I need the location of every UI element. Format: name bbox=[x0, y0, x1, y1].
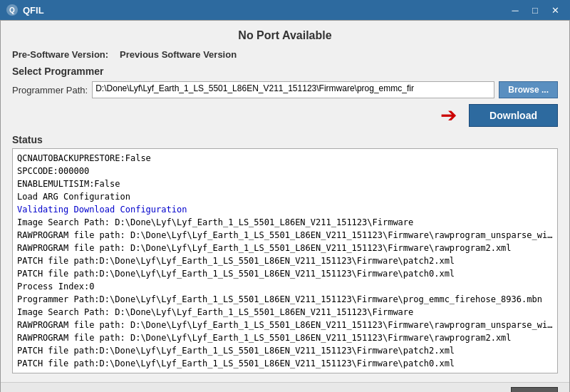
status-line: ENABLEMULTISIM:False bbox=[17, 177, 553, 190]
pre-software-label: Pre-Software Version: bbox=[12, 49, 108, 60]
status-line: Load ARG Configuration bbox=[17, 190, 553, 203]
programmer-path-row: Programmer Path: D:\Done\Lyf\Lyf_Earth_1… bbox=[12, 81, 558, 98]
no-port-heading: No Port Available bbox=[12, 29, 558, 42]
status-line: PATCH file path:D:\Done\Lyf\Lyf_Earth_1_… bbox=[17, 267, 553, 280]
svg-text:Q: Q bbox=[9, 6, 15, 14]
status-label: Status bbox=[12, 134, 558, 145]
status-line: Validating Download Configuration bbox=[17, 203, 553, 216]
main-window: No Port Available Pre-Software Version: … bbox=[0, 20, 570, 392]
title-bar: Q QFIL ─ □ ✕ bbox=[0, 0, 570, 20]
close-button[interactable]: ✕ bbox=[546, 3, 564, 17]
minimize-button[interactable]: ─ bbox=[506, 3, 524, 17]
programmer-path-field[interactable]: D:\Done\Lyf\Lyf_Earth_1_LS_5501_L86EN_V2… bbox=[92, 81, 494, 98]
pre-software-row: Pre-Software Version: Previous Software … bbox=[12, 49, 558, 60]
programmer-path-label: Programmer Path: bbox=[12, 85, 88, 96]
download-button[interactable]: Download bbox=[469, 104, 558, 127]
status-line: RAWPROGRAM file path: D:\Done\Lyf\Lyf_Ea… bbox=[17, 229, 553, 242]
status-line: Image Search Path: D:\Done\Lyf\Lyf_Earth… bbox=[17, 216, 553, 229]
status-line: SPCCODE:000000 bbox=[17, 165, 553, 177]
footer: Qualcomm Flash Image Loader 1.0.0.3 Exit bbox=[1, 382, 569, 392]
window-controls: ─ □ ✕ bbox=[506, 3, 564, 17]
status-line: PATCH file path:D:\Done\Lyf\Lyf_Earth_1_… bbox=[17, 254, 553, 267]
title-bar-label: QFIL bbox=[23, 5, 506, 16]
status-line: Process Index:0 bbox=[17, 280, 553, 293]
status-line: Programmer Path:D:\Done\Lyf\Lyf_Earth_1_… bbox=[17, 293, 553, 306]
status-box[interactable]: QCNAUTOBACKUPRESTORE:FalseSPCCODE:000000… bbox=[12, 148, 558, 373]
pre-software-value: Previous Software Version bbox=[120, 49, 237, 60]
status-line: RAWPROGRAM file path: D:\Done\Lyf\Lyf_Ea… bbox=[17, 331, 553, 344]
exit-button[interactable]: Exit bbox=[511, 387, 558, 392]
download-row: ➔ Download bbox=[12, 104, 558, 127]
select-programmer-label: Select Programmer bbox=[12, 66, 558, 77]
maximize-button[interactable]: □ bbox=[526, 3, 544, 17]
status-line: RAWPROGRAM file path: D:\Done\Lyf\Lyf_Ea… bbox=[17, 242, 553, 254]
arrow-icon: ➔ bbox=[440, 105, 457, 125]
status-line: PATCH file path:D:\Done\Lyf\Lyf_Earth_1_… bbox=[17, 357, 553, 370]
arrow-container: ➔ bbox=[440, 105, 457, 125]
app-icon: Q bbox=[6, 4, 19, 16]
status-line: Image Search Path: D:\Done\Lyf\Lyf_Earth… bbox=[17, 306, 553, 319]
status-line: QCNAUTOBACKUPRESTORE:False bbox=[17, 152, 553, 165]
content-area: No Port Available Pre-Software Version: … bbox=[1, 21, 569, 382]
browse-button[interactable]: Browse ... bbox=[499, 81, 558, 98]
status-line: RAWPROGRAM file path: D:\Done\Lyf\Lyf_Ea… bbox=[17, 319, 553, 331]
status-line: PATCH file path:D:\Done\Lyf\Lyf_Earth_1_… bbox=[17, 344, 553, 357]
